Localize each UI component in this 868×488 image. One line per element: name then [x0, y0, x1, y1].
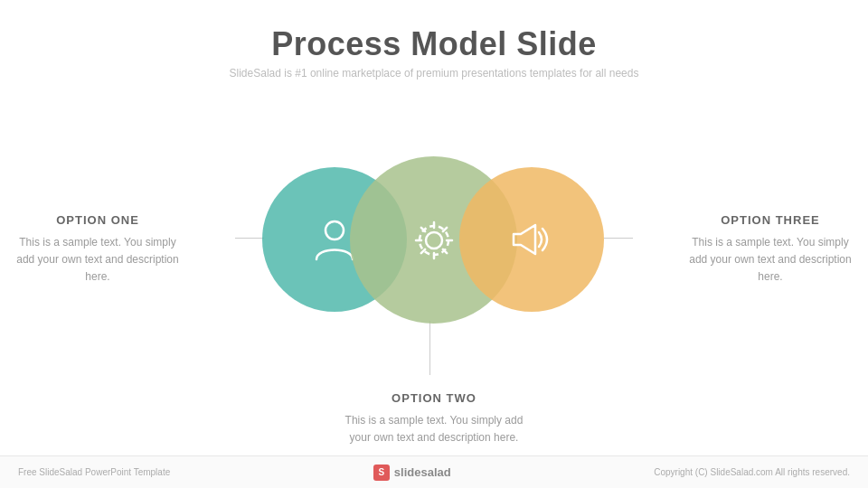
gear-icon [407, 213, 461, 267]
svg-point-1 [426, 232, 442, 249]
option-one-label: OPTION ONE [16, 213, 179, 227]
svg-point-0 [326, 221, 344, 239]
footer-logo: S slidesalad [373, 465, 451, 481]
option-two-label: OPTION TWO [344, 391, 524, 405]
option-three-desc: This is a sample text. You simply add yo… [689, 234, 852, 286]
slide-header: Process Model Slide SlideSalad is #1 onl… [0, 0, 868, 87]
footer-brand: slidesalad [394, 465, 451, 479]
footer-copyright: Copyright (C) SlideSalad.com All rights … [654, 467, 850, 477]
footer-left-text: Free SlideSalad PowerPoint Template [18, 467, 170, 477]
connector-bottom [429, 321, 430, 375]
option-two-block: OPTION TWO This is a sample text. You si… [344, 391, 524, 446]
slide: Process Model Slide SlideSalad is #1 onl… [0, 0, 868, 488]
connector-left [235, 238, 264, 239]
slide-subtitle: SlideSalad is #1 online marketplace of p… [0, 67, 868, 80]
logo-icon: S [373, 465, 390, 481]
option-three-block: OPTION THREE This is a sample text. You … [689, 213, 852, 286]
circle-orange [459, 167, 604, 312]
option-one-desc: This is a sample text. You simply add yo… [16, 234, 179, 286]
circles-container [235, 140, 633, 366]
slide-footer: Free SlideSalad PowerPoint Template S sl… [0, 455, 868, 488]
option-one-block: OPTION ONE This is a sample text. You si… [16, 213, 179, 286]
slide-title: Process Model Slide [0, 25, 868, 63]
option-three-label: OPTION THREE [689, 213, 852, 227]
option-two-desc: This is a sample text. You simply add yo… [344, 412, 524, 446]
megaphone-icon [505, 212, 559, 267]
connector-right [604, 238, 633, 239]
main-content: OPTION ONE This is a sample text. You si… [0, 87, 868, 455]
